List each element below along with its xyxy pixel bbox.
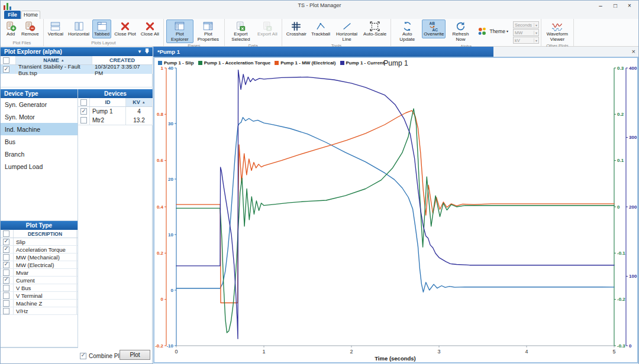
chevron-down-icon[interactable]: ▼	[137, 49, 142, 54]
slip-tick-label: 30	[168, 121, 173, 126]
column-header-id[interactable]: ID	[90, 98, 126, 106]
maximize-button[interactable]: □	[609, 1, 621, 10]
remove-button[interactable]: Remove	[20, 20, 41, 38]
device-type-list: Syn. GeneratorSyn. MotorInd. MachineBusB…	[1, 98, 78, 173]
trackball-icon	[315, 21, 327, 32]
tab-file[interactable]: File	[4, 11, 21, 19]
slip-tick-label: 0	[171, 288, 174, 293]
horizontal-line-button[interactable]: Horizontal Line	[333, 20, 360, 43]
horizontal-layout-icon	[73, 21, 85, 32]
device-type-item-branch[interactable]: Branch	[1, 148, 78, 160]
plot-type-row-slip[interactable]: Slip	[1, 238, 78, 246]
trackball-button[interactable]: Trackball	[309, 20, 332, 38]
plot-type-row-v-terminal[interactable]: V Terminal	[1, 292, 78, 300]
plot-explorer-button[interactable]: Plot Explorer	[166, 20, 193, 43]
waveform-viewer-button[interactable]: Waveform Viewer	[544, 20, 571, 43]
torque-tick-label: 0	[617, 204, 620, 210]
column-header-kv[interactable]: KV▲	[126, 98, 153, 106]
plot-file-created: 10/3/2017 3:35:07 PM	[92, 65, 153, 74]
plot-type-label: Slip	[14, 238, 77, 245]
close-button[interactable]: ×	[624, 1, 635, 10]
plot-type-checkbox[interactable]	[3, 254, 9, 261]
plot-type-checkbox[interactable]	[3, 269, 9, 276]
plot-type-checkbox[interactable]	[3, 285, 9, 291]
plot-type-checkbox[interactable]	[3, 262, 9, 268]
add-button[interactable]: Add	[3, 20, 18, 38]
dropdown-arrow-icon: ▾	[506, 29, 508, 34]
sort-asc-icon: ▲	[142, 100, 146, 104]
device-row-mtr2[interactable]: Mtr213.2	[78, 116, 153, 125]
close-plot-button[interactable]: Close Plot	[112, 20, 137, 38]
chevron-down-icon: ▾	[534, 23, 537, 27]
button-label: Horizontal	[68, 32, 89, 37]
plot-type-checkbox[interactable]	[3, 308, 9, 314]
row-checkbox-cell	[1, 300, 14, 307]
plot-type-row-current[interactable]: Current	[1, 277, 78, 284]
device-type-item-ind-machine[interactable]: Ind. Machine	[1, 123, 78, 135]
refresh-now-button[interactable]: Refresh Now	[447, 20, 474, 43]
plot-file-checkbox[interactable]	[3, 66, 9, 73]
chart-canvas[interactable]: 012345Time (seconds)10.80.60.40.20-0.240…	[154, 58, 637, 362]
plot-type-row-acceleration-torque[interactable]: Acceleration Torque	[1, 246, 78, 254]
ribbon-group-plots-layout: VerticalHorizontalTabbedClose PlotClose …	[44, 19, 164, 46]
x-tick-label: 3	[437, 349, 440, 355]
torque-tick-label: -0.2	[617, 297, 625, 302]
plot-properties-button[interactable]: Plot Properties	[195, 20, 222, 43]
ribbon-tabbar: File Home	[1, 11, 638, 19]
close-all-icon	[144, 21, 156, 32]
device-type-item-lumped-load[interactable]: Lumped Load	[1, 160, 78, 173]
vertical-button[interactable]: Vertical	[46, 20, 65, 38]
current-tick-label: 300	[629, 135, 637, 140]
export-selected-button[interactable]: Export Selected	[227, 20, 254, 43]
row-checkbox-cell	[1, 277, 14, 284]
combo-value: kV	[515, 38, 520, 43]
tab-close-icon[interactable]: ×	[632, 47, 635, 57]
plot-type-row-mvar[interactable]: Mvar	[1, 269, 78, 277]
x-axis-title: Time (seconds)	[375, 355, 416, 362]
row-checkbox-cell	[1, 307, 14, 314]
plot-type-row-mw-electrical-[interactable]: MW (Electrical)	[1, 261, 78, 269]
combine-plot-checkbox[interactable]	[80, 353, 86, 359]
current-tick-label: 400	[629, 66, 637, 71]
select-all-devices-checkbox[interactable]	[80, 99, 87, 106]
device-type-item-bus[interactable]: Bus	[1, 135, 78, 148]
pin-icon[interactable]	[145, 48, 149, 55]
auto-scale-button[interactable]: Auto-Scale	[362, 20, 388, 38]
plot-type-checkbox[interactable]	[3, 292, 9, 299]
tab-home[interactable]: Home	[21, 11, 40, 19]
plot-button[interactable]: Plot	[120, 350, 150, 360]
close-all-button[interactable]: Close All	[139, 20, 161, 38]
minimize-button[interactable]: –	[595, 1, 606, 10]
button-label: Trackball	[311, 32, 330, 37]
plot-type-checkbox[interactable]	[3, 300, 9, 307]
device-type-item-syn-motor[interactable]: Syn. Motor	[1, 110, 78, 123]
plot-type-row-mw-mechanical-[interactable]: MW (Mechanical)	[1, 254, 78, 261]
auto-update-button[interactable]: Auto Update	[393, 20, 421, 43]
plot-file-row[interactable]: Transient Stability - Fault Bus.tsp10/3/…	[1, 65, 153, 74]
crosshair-button[interactable]: Crosshair	[285, 20, 308, 38]
plot-tab-pump1[interactable]: *Pump 1	[153, 47, 493, 57]
device-checkbox[interactable]	[80, 108, 87, 115]
plot-explorer-header: Plot Explorer (alpha) ▼	[1, 47, 153, 56]
plot-type-checkbox[interactable]	[3, 246, 9, 253]
tabbed-button[interactable]: Tabbed	[92, 20, 111, 38]
plot-type-checkbox[interactable]	[3, 277, 9, 284]
sidebar: Plot Explorer (alpha) ▼ NAME▲CREATEDTran…	[1, 47, 153, 363]
theme-button[interactable]: Theme▾	[475, 25, 509, 38]
select-all-plot-types-checkbox[interactable]	[3, 230, 9, 237]
plot-type-row-machine-z[interactable]: Machine Z	[1, 300, 78, 307]
button-label: Refresh Now	[448, 32, 472, 42]
plot-type-row-v-bus[interactable]: V Bus	[1, 284, 78, 292]
horizontal-button[interactable]: Horizontal	[66, 20, 91, 38]
crosshair-icon	[291, 21, 302, 32]
overwrite-button[interactable]: ABACOverwrite	[422, 20, 446, 38]
plot-type-row-v-hz[interactable]: V/Hz	[1, 307, 78, 315]
device-type-item-syn-generator[interactable]: Syn. Generator	[1, 98, 78, 110]
device-row-pump-1[interactable]: Pump 14	[78, 107, 153, 116]
select-all-checkbox[interactable]	[3, 57, 9, 64]
column-header-description[interactable]: DESCRIPTION	[14, 230, 77, 238]
add-icon	[5, 21, 17, 32]
ribbon-group-alpha: Auto UpdateABACOverwriteRefresh NowTheme…	[391, 19, 541, 46]
device-checkbox[interactable]	[80, 117, 87, 124]
plot-type-checkbox[interactable]	[3, 239, 9, 245]
